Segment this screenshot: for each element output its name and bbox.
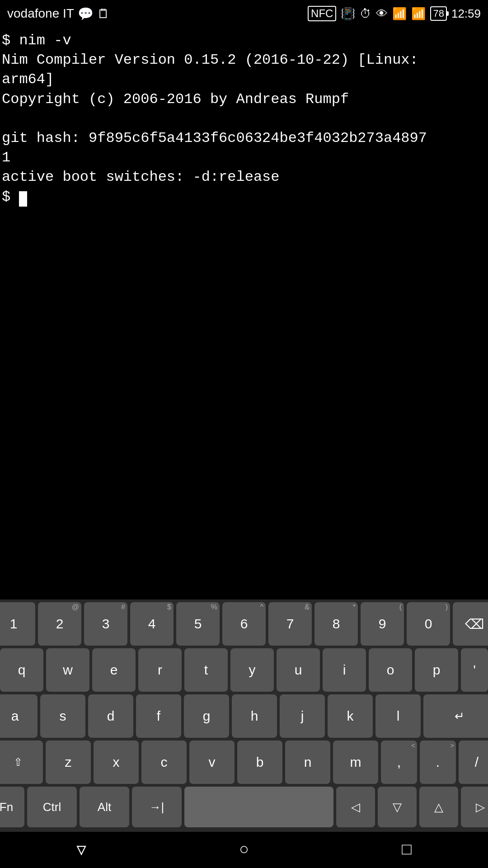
key-c[interactable]: c [141, 741, 187, 784]
key-m[interactable]: m [333, 741, 378, 784]
key-3[interactable]: #3 [84, 602, 127, 646]
key-x[interactable]: x [94, 741, 139, 784]
keyboard-row-zxcv: ⇧ z x c v b n m <, >. ?/ [2, 741, 486, 784]
key-4[interactable]: $4 [130, 602, 174, 646]
status-bar: vodafone IT 💬 🗒 NFC 📳 ⏱ 👁 📶 📶 78 12:59 [0, 0, 488, 27]
keyboard: 1 @2 #3 $4 %5 ^6 &7 *8 (9 )0 ⌫ q w e r t… [0, 599, 488, 832]
key-h[interactable]: h [232, 694, 277, 738]
keyboard-row-qwerty: q w e r t y u i o p ' [2, 648, 486, 692]
key-w[interactable]: w [46, 648, 89, 692]
key-arrow-left[interactable]: ◁ [336, 787, 375, 827]
key-d[interactable]: d [88, 694, 133, 738]
key-l[interactable]: l [375, 694, 421, 738]
nav-recents-button[interactable]: □ [389, 836, 425, 863]
status-right: NFC 📳 ⏱ 👁 📶 📶 78 12:59 [308, 6, 481, 21]
key-p[interactable]: p [415, 648, 458, 692]
key-t[interactable]: t [184, 648, 228, 692]
key-6[interactable]: ^6 [222, 602, 266, 646]
battery-icon: 78 [430, 6, 446, 21]
key-f[interactable]: f [136, 694, 181, 738]
key-arrow-right[interactable]: ▷ [461, 787, 488, 827]
key-b[interactable]: b [237, 741, 282, 784]
key-1[interactable]: 1 [0, 602, 35, 646]
nav-back-button[interactable]: ▽ [63, 836, 99, 863]
key-g[interactable]: g [184, 694, 229, 738]
key-7[interactable]: &7 [268, 602, 312, 646]
key-n[interactable]: n [285, 741, 330, 784]
key-e[interactable]: e [92, 648, 136, 692]
key-8[interactable]: *8 [314, 602, 358, 646]
eye-icon: 👁 [376, 7, 388, 21]
key-enter[interactable]: ↵ [423, 694, 488, 738]
terminal-output[interactable]: $ nim -v Nim Compiler Version 0.15.2 (20… [0, 27, 488, 624]
keyboard-row-numbers: 1 @2 #3 $4 %5 ^6 &7 *8 (9 )0 ⌫ [2, 602, 486, 646]
key-period[interactable]: >. [420, 741, 456, 784]
key-tab[interactable]: →| [132, 787, 182, 827]
wifi-icon: 📶 [392, 7, 407, 21]
signal-icon: 📶 [411, 7, 426, 21]
nav-home-button[interactable]: ○ [226, 836, 262, 863]
key-ctrl[interactable]: Ctrl [27, 787, 77, 827]
clock-icon: ⏱ [360, 7, 371, 21]
key-5[interactable]: %5 [176, 602, 220, 646]
key-s[interactable]: s [40, 694, 85, 738]
key-space[interactable] [184, 787, 333, 827]
carrier-label: vodafone IT [7, 6, 74, 21]
key-o[interactable]: o [369, 648, 412, 692]
key-q[interactable]: q [0, 648, 43, 692]
key-fn[interactable]: Fn [0, 787, 24, 827]
key-i[interactable]: i [323, 648, 366, 692]
time-label: 12:59 [451, 7, 481, 21]
key-shift[interactable]: ⇧ [0, 741, 43, 784]
key-backspace[interactable]: ⌫ [453, 602, 488, 646]
status-left: vodafone IT 💬 🗒 [7, 6, 110, 21]
nfc-icon: NFC [308, 6, 336, 21]
key-0[interactable]: )0 [407, 602, 450, 646]
key-slash[interactable]: ?/ [459, 741, 488, 784]
key-arrow-down[interactable]: ▽ [378, 787, 417, 827]
key-arrow-up[interactable]: △ [419, 787, 458, 827]
key-2[interactable]: @2 [38, 602, 81, 646]
vibrate-icon: 📳 [341, 7, 355, 21]
key-v[interactable]: v [189, 741, 235, 784]
key-a[interactable]: a [0, 694, 38, 738]
nav-bar: ▽ ○ □ [0, 832, 488, 868]
key-z[interactable]: z [46, 741, 91, 784]
key-u[interactable]: u [277, 648, 320, 692]
key-y[interactable]: y [230, 648, 274, 692]
notes-icon: 🗒 [97, 6, 110, 21]
keyboard-row-asdf: a s d f g h j k l ↵ [2, 694, 486, 738]
chat-icon: 💬 [78, 6, 94, 21]
key-j[interactable]: j [280, 694, 325, 738]
key-k[interactable]: k [328, 694, 373, 738]
key-9[interactable]: (9 [361, 602, 404, 646]
key-r[interactable]: r [138, 648, 182, 692]
key-comma[interactable]: <, [381, 741, 417, 784]
key-apostrophe[interactable]: ' [461, 648, 488, 692]
key-alt[interactable]: Alt [80, 787, 129, 827]
keyboard-row-bottom: Fn Ctrl Alt →| ◁ ▽ △ ▷ [2, 787, 486, 827]
